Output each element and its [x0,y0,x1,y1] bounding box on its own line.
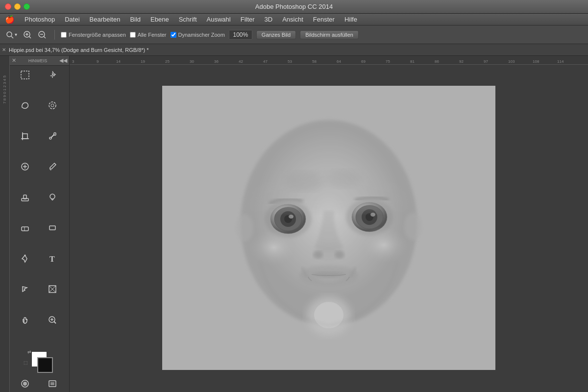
svg-point-59 [370,213,375,217]
doc-tab-bar: ✕ Hippie.psd bei 34,7% (Dodge and Burn G… [0,44,588,56]
svg-point-65 [249,229,298,266]
svg-line-1 [11,36,13,38]
fenstergrösse-checkbox[interactable]: Fenstergröße anpassen [61,32,126,38]
ruler-left-label: 7 8 9 0 1 2 3 4 5 [2,75,7,104]
tool-healing[interactable] [13,160,37,173]
tool-zoom[interactable] [40,314,65,326]
svg-point-52 [289,215,294,219]
svg-point-29 [24,254,26,256]
tool-crop[interactable] [13,130,37,143]
tool-smudge[interactable] [40,191,65,204]
svg-point-66 [359,226,408,264]
svg-rect-9 [21,71,29,79]
svg-point-13 [51,104,54,107]
toolbox-header: ✕ HINWEIS ◀◀ [10,56,69,66]
fenstergrösse-input[interactable] [61,32,67,38]
svg-line-35 [54,321,56,323]
tool-hand[interactable] [13,314,37,326]
canvas-wrapper: 3 9 14 19 25 30 36 42 47 53 58 64 69 75 … [70,56,588,392]
toolbox-collapse-btn[interactable]: ◀◀ [59,57,67,64]
ruler-left: 7 8 9 0 1 2 3 4 5 [0,56,10,392]
menu-fenster[interactable]: Fenster [308,14,340,25]
svg-point-71 [404,213,422,240]
ganzes-bild-btn[interactable]: Ganzes Bild [256,30,296,39]
menu-hilfe[interactable]: Hilfe [340,14,362,25]
svg-point-12 [49,102,56,109]
tool-quick-select[interactable] [40,99,65,112]
menu-datei[interactable]: Datei [60,14,84,25]
canvas-area [70,65,588,392]
canvas-svg [162,86,495,370]
zoom-tools: ▾ [4,29,49,40]
svg-text:✛: ✛ [50,73,55,79]
dynamischer-zoom-checkbox[interactable]: Dynamischer Zoom [171,32,225,38]
doc-tab-close-btn[interactable]: ✕ [2,47,6,52]
svg-point-69 [314,302,343,328]
tool-eraser[interactable] [13,221,37,234]
traffic-lights [5,3,30,10]
ruler-top: 3 9 14 19 25 30 36 42 47 53 58 64 69 75 … [70,56,588,65]
sep1 [54,30,55,40]
main-area: 7 8 9 0 1 2 3 4 5 ✕ HINWEIS ◀◀ ✛ [0,56,588,392]
svg-line-3 [29,36,31,38]
toolbar: ▾ Fenstergröße anpassen Alle Fenster [0,25,588,44]
tool-path-select[interactable] [13,283,37,295]
svg-rect-28 [49,226,55,230]
zoom-value-display[interactable]: 100% [229,30,252,40]
menu-apple[interactable]: 🍎 [0,14,20,25]
menu-bild[interactable]: Bild [125,14,146,25]
toolbox: ✕ HINWEIS ◀◀ ✛ [10,56,70,392]
foreground-color-swatch[interactable] [37,357,53,373]
menu-photoshop[interactable]: Photoshop [20,14,60,25]
toolbox-close-btn[interactable]: ✕ [12,57,16,64]
svg-rect-26 [22,227,28,231]
close-button[interactable] [5,3,11,10]
svg-point-18 [49,137,51,139]
svg-point-70 [236,214,253,242]
maximize-button[interactable] [24,3,30,10]
dynamischer-zoom-input[interactable] [171,32,176,38]
alle-fenster-input[interactable] [130,32,136,38]
minimize-button[interactable] [14,3,21,10]
svg-line-7 [44,36,46,38]
doc-tab-title: Hippie.psd bei 34,7% (Dodge and Burn Ges… [9,47,149,53]
menu-3d[interactable]: 3D [260,14,278,25]
svg-point-63 [313,251,323,259]
menu-filter[interactable]: Filter [236,14,260,25]
ruler-top-label: 3 [72,59,74,64]
tool-frame[interactable] [40,283,65,295]
tool-eyedropper[interactable] [40,130,65,143]
tool-quick-mask[interactable] [13,377,37,390]
default-colors-icon[interactable]: ⬚ [24,360,28,365]
menu-schrift[interactable]: Schrift [174,14,202,25]
tool-stamp[interactable] [13,191,37,204]
tool-move[interactable]: ✛ [40,69,65,81]
tool-marquee[interactable] [13,69,37,81]
bildschirm-füllen-btn[interactable]: Bildschirm ausfüllen [300,30,359,39]
zoom-in-btn[interactable] [21,29,34,40]
menubar: 🍎 Photoshop Datei Bearbeiten Bild Ebene … [0,14,588,25]
menu-auswahl[interactable]: Auswahl [202,14,236,25]
menu-bearbeiten[interactable]: Bearbeiten [85,14,125,25]
tool-screen-mode[interactable] [40,377,65,390]
tool-pen[interactable] [13,252,37,265]
color-area: ⇄ ⬚ [10,346,69,375]
svg-rect-14 [23,134,27,139]
tool-brush[interactable] [40,160,65,173]
svg-text:T: T [49,255,55,263]
svg-point-0 [7,32,12,37]
tool-shape[interactable] [40,221,65,234]
tool-lasso[interactable] [13,99,37,112]
zoom-out-btn[interactable] [36,29,49,40]
extra-tools [10,375,69,392]
tools-grid: ✛ [10,66,69,346]
titlebar: Adobe Photoshop CC 2014 [0,0,588,14]
svg-point-25 [50,194,55,199]
menu-ebene[interactable]: Ebene [146,14,174,25]
swap-icon[interactable]: ⇄ [27,349,31,354]
window-title: Adobe Photoshop CC 2014 [255,3,333,10]
menu-ansicht[interactable]: Ansicht [277,14,308,25]
alle-fenster-checkbox[interactable]: Alle Fenster [130,32,167,38]
tool-text[interactable]: T [40,252,65,265]
zoom-dropdown-btn[interactable]: ▾ [4,30,19,40]
